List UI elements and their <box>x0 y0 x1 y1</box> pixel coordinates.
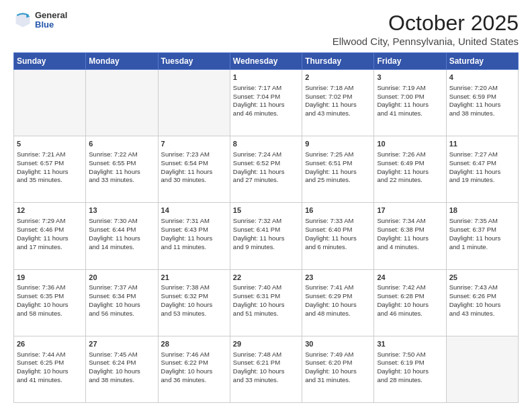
day-info-line: Sunset: 6:26 PM <box>449 292 515 301</box>
day-info-line: Daylight: 11 hours <box>449 234 515 243</box>
table-row: 11Sunrise: 7:27 AMSunset: 6:47 PMDayligh… <box>446 136 518 203</box>
day-number: 25 <box>449 273 515 283</box>
month-title: October 2025 <box>332 11 519 36</box>
logo-icon <box>13 11 32 30</box>
table-row: 28Sunrise: 7:46 AMSunset: 6:22 PMDayligh… <box>158 336 230 402</box>
table-row: 30Sunrise: 7:49 AMSunset: 6:20 PMDayligh… <box>302 336 374 402</box>
day-info-line: Sunrise: 7:48 AM <box>233 351 299 359</box>
day-info-line: Sunrise: 7:27 AM <box>449 150 515 159</box>
day-info-line: and 6 minutes. <box>305 243 371 252</box>
table-row: 20Sunrise: 7:37 AMSunset: 6:34 PMDayligh… <box>86 269 158 336</box>
day-number: 24 <box>377 273 443 283</box>
day-info-line: Sunset: 6:24 PM <box>89 359 154 367</box>
day-info-line: Sunrise: 7:46 AM <box>161 351 227 359</box>
day-number: 9 <box>305 139 371 149</box>
day-info-line: Daylight: 10 hours <box>233 301 299 310</box>
table-row: 21Sunrise: 7:38 AMSunset: 6:32 PMDayligh… <box>158 269 230 336</box>
table-row: 6Sunrise: 7:22 AMSunset: 6:55 PMDaylight… <box>86 136 158 203</box>
day-info-line: Sunset: 6:25 PM <box>17 359 83 367</box>
day-info-line: Daylight: 11 hours <box>89 168 154 177</box>
day-number: 13 <box>89 205 154 216</box>
day-number: 10 <box>377 139 443 149</box>
day-info-line: Daylight: 11 hours <box>17 168 83 177</box>
day-number: 3 <box>377 73 443 83</box>
day-info-line: and 1 minute. <box>449 243 515 252</box>
table-row: 16Sunrise: 7:33 AMSunset: 6:40 PMDayligh… <box>302 203 374 269</box>
table-row <box>14 70 86 136</box>
day-info-line: and 4 minutes. <box>377 243 443 252</box>
day-info-line: Sunrise: 7:35 AM <box>449 217 515 226</box>
day-info-line: Daylight: 11 hours <box>233 234 299 243</box>
day-info-line: Sunset: 7:00 PM <box>377 93 443 101</box>
col-monday: Monday <box>86 53 158 70</box>
day-info-line: Sunrise: 7:23 AM <box>161 150 227 159</box>
day-info-line: Sunset: 6:20 PM <box>305 359 371 367</box>
day-info-line: and 41 minutes. <box>377 109 443 118</box>
table-row: 13Sunrise: 7:30 AMSunset: 6:44 PMDayligh… <box>86 203 158 269</box>
day-info-line: Daylight: 10 hours <box>305 367 371 376</box>
table-row: 1Sunrise: 7:17 AMSunset: 7:04 PMDaylight… <box>230 70 302 136</box>
day-info-line: Sunrise: 7:34 AM <box>377 217 443 226</box>
location-title: Ellwood City, Pennsylvania, United State… <box>332 36 519 47</box>
day-info-line: Daylight: 11 hours <box>305 234 371 243</box>
day-info-line: Daylight: 11 hours <box>377 168 443 177</box>
table-row: 12Sunrise: 7:29 AMSunset: 6:46 PMDayligh… <box>14 203 86 269</box>
day-info-line: Sunset: 6:40 PM <box>305 226 371 234</box>
page: General Blue October 2025 Ellwood City, … <box>0 0 532 411</box>
day-info-line: and 53 minutes. <box>161 310 227 318</box>
day-info-line: Daylight: 10 hours <box>89 301 154 310</box>
table-row: 23Sunrise: 7:41 AMSunset: 6:29 PMDayligh… <box>302 269 374 336</box>
day-info-line: Daylight: 10 hours <box>377 367 443 376</box>
calendar-week-row: 12Sunrise: 7:29 AMSunset: 6:46 PMDayligh… <box>14 203 519 269</box>
day-info-line: Sunset: 6:44 PM <box>89 226 154 234</box>
day-info-line: Daylight: 11 hours <box>449 168 515 177</box>
day-number: 26 <box>17 339 83 349</box>
table-row: 9Sunrise: 7:25 AMSunset: 6:51 PMDaylight… <box>302 136 374 203</box>
day-info-line: and 48 minutes. <box>305 310 371 318</box>
day-info-line: and 28 minutes. <box>377 376 443 385</box>
day-info-line: and 36 minutes. <box>161 376 227 385</box>
calendar-week-row: 26Sunrise: 7:44 AMSunset: 6:25 PMDayligh… <box>14 336 519 402</box>
day-number: 21 <box>161 273 227 283</box>
day-info-line: and 9 minutes. <box>233 243 299 252</box>
logo-general-text: General <box>35 11 67 20</box>
table-row: 29Sunrise: 7:48 AMSunset: 6:21 PMDayligh… <box>230 336 302 402</box>
day-info-line: and 30 minutes. <box>161 176 227 185</box>
day-info-line: Sunset: 6:29 PM <box>305 292 371 301</box>
day-info-line: and 46 minutes. <box>233 109 299 118</box>
day-info-line: Sunset: 6:28 PM <box>377 292 443 301</box>
col-friday: Friday <box>374 53 446 70</box>
day-number: 16 <box>305 205 371 216</box>
day-number: 6 <box>89 139 154 149</box>
day-info-line: Sunrise: 7:41 AM <box>305 283 371 292</box>
day-info-line: Daylight: 11 hours <box>377 234 443 243</box>
day-info-line: and 41 minutes. <box>17 376 83 385</box>
day-number: 14 <box>161 205 227 216</box>
day-info-line: Sunrise: 7:42 AM <box>377 283 443 292</box>
day-number: 4 <box>449 73 515 83</box>
table-row: 24Sunrise: 7:42 AMSunset: 6:28 PMDayligh… <box>374 269 446 336</box>
day-info-line: Daylight: 10 hours <box>17 301 83 310</box>
day-info-line: Sunrise: 7:18 AM <box>305 84 371 93</box>
day-info-line: Sunrise: 7:25 AM <box>305 150 371 159</box>
calendar-week-row: 19Sunrise: 7:36 AMSunset: 6:35 PMDayligh… <box>14 269 519 336</box>
day-number: 17 <box>377 205 443 216</box>
table-row <box>158 70 230 136</box>
day-info-line: Sunset: 6:41 PM <box>233 226 299 234</box>
day-info-line: Sunrise: 7:37 AM <box>89 283 154 292</box>
day-number: 12 <box>17 205 83 216</box>
day-info-line: Sunset: 6:32 PM <box>161 292 227 301</box>
day-info-line: Sunrise: 7:49 AM <box>305 351 371 359</box>
day-info-line: Sunset: 6:47 PM <box>449 159 515 168</box>
col-saturday: Saturday <box>446 53 518 70</box>
table-row: 18Sunrise: 7:35 AMSunset: 6:37 PMDayligh… <box>446 203 518 269</box>
day-info-line: Daylight: 10 hours <box>89 367 154 376</box>
table-row: 8Sunrise: 7:24 AMSunset: 6:52 PMDaylight… <box>230 136 302 203</box>
day-number: 27 <box>89 339 154 349</box>
header: General Blue October 2025 Ellwood City, … <box>13 11 519 47</box>
day-info-line: Sunrise: 7:20 AM <box>449 84 515 93</box>
col-sunday: Sunday <box>14 53 86 70</box>
day-info-line: Sunset: 6:34 PM <box>89 292 154 301</box>
day-info-line: Sunrise: 7:44 AM <box>17 351 83 359</box>
day-info-line: Sunrise: 7:22 AM <box>89 150 154 159</box>
